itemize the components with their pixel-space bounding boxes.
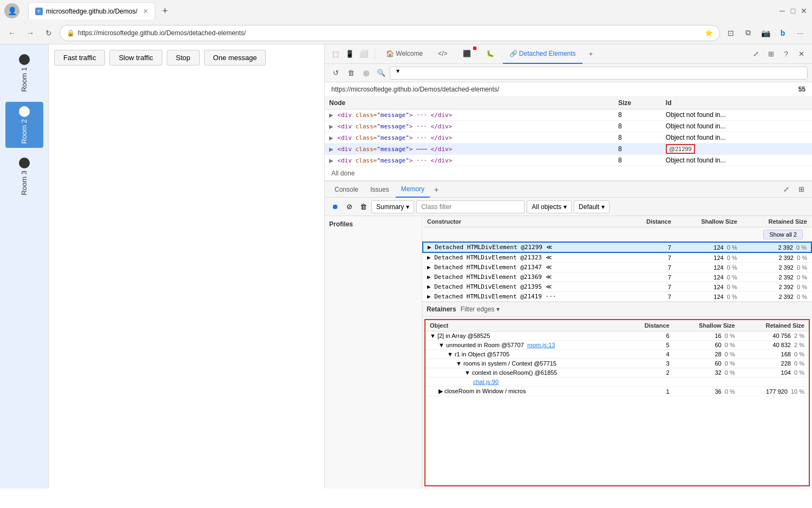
constructor-3: ▶ Detached HTMLDivElement @21347 ≪ [423, 263, 626, 272]
de-row-2[interactable]: ▶ <div class="message"> ··· </div> 8 Obj… [325, 121, 812, 132]
add-memory-tab-btn[interactable]: + [431, 184, 442, 195]
ret-row-2[interactable]: ▼ unmounted in Room @57707 room.js:13 5 … [425, 341, 809, 350]
tab-detached-elements[interactable]: 🔗 Detached Elements [503, 44, 582, 64]
tab-debug[interactable]: 🐛 [480, 44, 501, 64]
de-row-5[interactable]: ▶ <div class="message"> ··· </div> 8 Obj… [325, 155, 812, 166]
heap-row-4[interactable]: ▶ Detached HTMLDivElement @21369 ≪ 7 124… [423, 272, 811, 282]
slow-traffic-btn[interactable]: Slow traffic [109, 50, 162, 66]
ret-row-3[interactable]: ▼ r1 in Object @57705 4 28 0 % 168 0 % [425, 350, 809, 359]
ret-row-1[interactable]: ▼ [2] in Array @58525 6 16 0 % 40 756 2 … [425, 331, 809, 341]
shallow-1: 124 0 % [676, 242, 742, 252]
refresh-btn[interactable]: ↻ [41, 25, 56, 41]
shallow-2: 124 0 % [676, 252, 742, 263]
detach-icon[interactable]: ⤢ [749, 48, 762, 61]
de-row-4[interactable]: ▶ <div class="message"> ─── </div> 8 @21… [325, 144, 812, 155]
search-de-icon[interactable]: 🔍 [375, 67, 388, 80]
tab-favicon: E [35, 8, 43, 15]
distance-5: 7 [626, 282, 676, 292]
room-3-item[interactable]: Room 3 [5, 153, 43, 200]
ret-dist-5: 2 [625, 368, 674, 377]
node-expand-3: ▶ [329, 135, 333, 141]
network-badge [473, 47, 476, 50]
clear-de-icon[interactable]: 🗑 [344, 67, 357, 80]
class-filter-input[interactable] [416, 200, 525, 213]
filter-edges-btn[interactable]: Filter edges ▾ [461, 305, 500, 313]
show-all-btn[interactable]: Show all 2 [763, 230, 803, 239]
memory-detach-icon[interactable]: ⤢ [780, 183, 793, 196]
address-bar[interactable]: 🔒 https://microsoftedge.github.io/Demos/… [60, 25, 720, 41]
issues-tab[interactable]: Issues [365, 181, 395, 198]
all-objects-arrow: ▾ [564, 203, 567, 211]
de-row-1[interactable]: ▶ <div class="message"> ··· </div> 8 Obj… [325, 109, 812, 121]
show-all-cell[interactable]: Show all 2 [423, 227, 811, 243]
device-icon[interactable]: 📱 [343, 48, 356, 61]
user-avatar[interactable]: 👤 [4, 3, 19, 18]
ret-row-4[interactable]: ▼ rooms in system / Context @57715 3 60 … [425, 359, 809, 368]
heap-table-container: Constructor Distance Shallow Size Retain… [422, 216, 812, 302]
snap-de-icon[interactable]: ◎ [359, 67, 372, 80]
tab-close-btn[interactable]: ✕ [143, 8, 148, 15]
back-btn[interactable]: ← [4, 25, 19, 41]
ret-row-5[interactable]: ▼ context in closeRoom() @61855 2 32 0 %… [425, 368, 809, 377]
heap-row-5[interactable]: ▶ Detached HTMLDivElement @21395 ≪ 7 124… [423, 282, 811, 292]
screenshot-icon[interactable]: 📷 [758, 25, 773, 41]
bing-icon[interactable]: b [775, 25, 790, 41]
room-2-item[interactable]: Room 2 [5, 102, 43, 148]
heap-row-1[interactable]: ▶ Detached HTMLDivElement @21299 ≪ 7 124… [423, 242, 811, 252]
heap-table: Constructor Distance Shallow Size Retain… [422, 216, 812, 302]
maximize-btn[interactable]: □ [789, 7, 797, 15]
bookmark-icon[interactable]: ⭐ [705, 29, 713, 37]
stop-btn[interactable]: Stop [167, 50, 200, 66]
ret-link-cell[interactable]: chat.js:90 [425, 377, 809, 387]
fast-traffic-btn[interactable]: Fast traffic [54, 50, 105, 66]
inspect-icon[interactable]: ⬚ [329, 48, 342, 61]
settings-icon[interactable]: ⊞ [764, 48, 777, 61]
ret-row-link[interactable]: chat.js:90 [425, 377, 809, 387]
delete-btn[interactable]: 🗑 [357, 201, 369, 213]
heap-row-6[interactable]: ▶ Detached HTMLDivElement @21419 ··· 7 1… [423, 292, 811, 302]
devtools-tool-icons: ⬚ 📱 ⬜ [329, 48, 370, 61]
de-size-2: 8 [614, 121, 662, 132]
split-icon[interactable]: ⧉ [741, 25, 756, 41]
all-objects-dropdown[interactable]: All objects ▾ [527, 200, 572, 213]
memory-layout-icon[interactable]: ⊞ [795, 183, 808, 196]
add-tab-btn[interactable]: + [585, 48, 598, 61]
one-message-btn[interactable]: One message [204, 50, 266, 66]
tab-elements[interactable]: </> [431, 44, 454, 64]
devtools-url-input[interactable]: ▾ [390, 67, 808, 80]
devtools-close-icon[interactable]: ✕ [795, 48, 808, 61]
col-shallow: Shallow Size [676, 216, 742, 227]
heap-row-2[interactable]: ▶ Detached HTMLDivElement @21323 ≪ 7 124… [423, 252, 811, 263]
show-all-row[interactable]: Show all 2 [423, 227, 811, 243]
more-icon[interactable]: ··· [793, 25, 808, 41]
help-icon[interactable]: ? [780, 48, 793, 61]
ret-row-6[interactable]: ▶ closeRoom in Window / micros 1 36 0 % … [425, 387, 809, 396]
new-tab-btn[interactable]: + [158, 3, 173, 18]
clear-profiles-btn[interactable]: ⊘ [343, 201, 355, 213]
de-row-3[interactable]: ▶ <div class="message"> ··· </div> 8 Obj… [325, 132, 812, 144]
chat-link[interactable]: chat.js:90 [473, 379, 499, 385]
distance-3: 7 [626, 263, 676, 272]
take-snapshot-btn[interactable]: ⏺ [329, 201, 341, 213]
summary-dropdown[interactable]: Summary ▾ [371, 200, 414, 213]
minimize-btn[interactable]: ─ [778, 7, 786, 15]
demo-area: Fast traffic Slow traffic Stop One messa… [49, 44, 325, 489]
browser-tab[interactable]: E microsoftedge.github.io/Demos/ ✕ [28, 2, 155, 19]
address-text: https://microsoftedge.github.io/Demos/de… [78, 29, 702, 37]
refresh-de-icon[interactable]: ↺ [329, 67, 342, 80]
tab-welcome[interactable]: 🏠 Welcome [379, 44, 429, 64]
close-btn[interactable]: ✕ [800, 7, 808, 15]
tab-network[interactable]: ⬛ [456, 44, 477, 64]
record-icon[interactable]: ⬜ [357, 48, 370, 61]
snapshot-count: 55 [798, 86, 806, 93]
default-dropdown[interactable]: Default ▾ [574, 200, 610, 213]
heap-row-3[interactable]: ▶ Detached HTMLDivElement @21347 ≪ 7 124… [423, 263, 811, 272]
console-tab[interactable]: Console [329, 181, 364, 198]
room-js-link[interactable]: room.js:13 [527, 342, 555, 348]
ret-shallow-1: 16 0 % [674, 331, 739, 341]
ret-indent-6: ▶ closeRoom in Window / micros [430, 388, 526, 394]
room-1-item[interactable]: Room 1 [5, 50, 43, 96]
memory-tab[interactable]: Memory [396, 181, 430, 198]
forward-btn[interactable]: → [23, 25, 38, 41]
collections-icon[interactable]: ⊡ [723, 25, 738, 41]
